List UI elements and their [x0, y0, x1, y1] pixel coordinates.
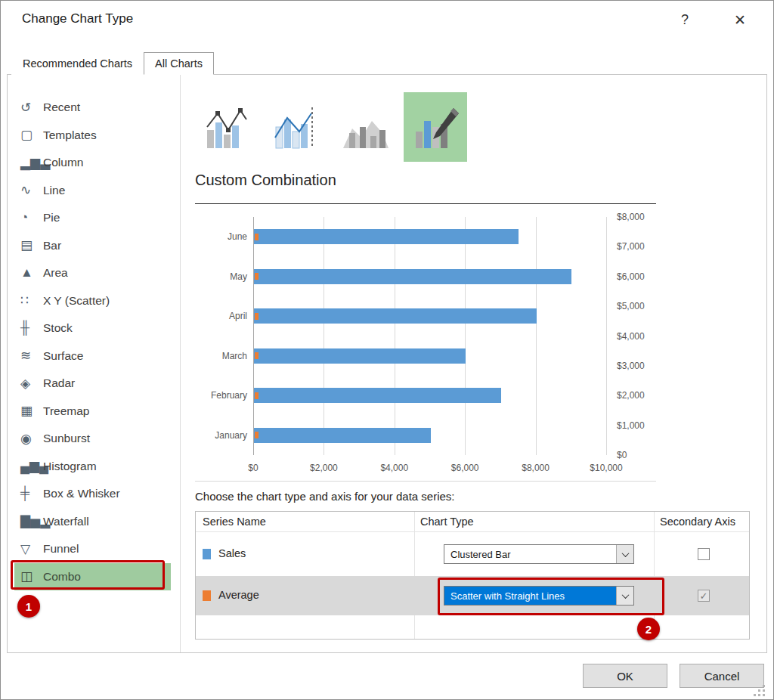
sidebar-item-x-y-scatter[interactable]: ∷X Y (Scatter): [14, 287, 171, 315]
sidebar-item-label: Bar: [43, 239, 61, 252]
secondary-axis-tick-label: $4,000: [617, 331, 645, 342]
stock-icon: ╫: [20, 321, 43, 336]
chart-gridline: [536, 217, 537, 455]
secondary-axis-tick-label: $8,000: [617, 212, 645, 222]
sidebar-item-label: Line: [43, 184, 65, 197]
sidebar-item-box-whisker[interactable]: ╪Box & Whisker: [14, 480, 171, 508]
category-label: May: [190, 271, 247, 282]
category-label: February: [190, 390, 247, 401]
primary-axis-tick-label: $4,000: [368, 463, 421, 473]
annotation-step-1-label: 1: [26, 600, 32, 613]
title-bar: Change Chart Type ? ✕: [1, 1, 773, 40]
sidebar-item-stock[interactable]: ╫Stock: [14, 314, 171, 342]
chart-bar-february: [254, 388, 501, 403]
chart-gridline: [395, 217, 395, 455]
category-label: April: [190, 311, 247, 321]
chart-gridline: [606, 217, 607, 455]
secondary-axis-tick-label: $0: [617, 450, 627, 460]
change-chart-type-dialog: Change Chart Type ? ✕ Recommended Charts…: [0, 0, 774, 700]
tab-label: Recommended Charts: [23, 57, 132, 70]
sidebar-item-label: Histogram: [43, 460, 97, 473]
average-marker: [255, 313, 259, 320]
combo-panel: Custom Combination $0$2,000$4,000$6,000$…: [181, 75, 766, 652]
sidebar-item-area[interactable]: ▲Area: [14, 259, 171, 287]
average-marker: [255, 352, 259, 359]
treemap-icon: ▦: [20, 403, 43, 419]
sidebar-item-sunburst[interactable]: ◉Sunburst: [14, 425, 171, 453]
sidebar-item-line[interactable]: ∿Line: [14, 177, 171, 205]
sidebar-item-label: Treemap: [43, 404, 89, 418]
average-marker: [255, 273, 259, 280]
bar-icon: ▤: [20, 237, 43, 253]
templates-icon: ▢: [20, 127, 43, 143]
sidebar-item-label: Sunburst: [43, 432, 90, 445]
chart-type-dropdown-average[interactable]: Scatter with Straight Lines: [444, 586, 634, 606]
sidebar-item-bar[interactable]: ▤Bar: [14, 232, 171, 260]
series-color-swatch: [203, 590, 211, 601]
primary-axis-tick-label: $6,000: [438, 463, 491, 473]
secondary-axis-tick-label: $7,000: [617, 241, 645, 252]
waterfall-icon: ▇▅▂: [20, 513, 43, 529]
average-marker: [255, 234, 259, 240]
tab-label: All Charts: [155, 57, 203, 70]
sidebar-item-templates[interactable]: ▢Templates: [14, 122, 171, 150]
pie-icon: ◔: [20, 210, 43, 225]
series-table: Series Name Chart Type Secondary Axis Sa…: [195, 511, 750, 640]
close-button[interactable]: ✕: [725, 7, 755, 33]
sidebar-item-label: Funnel: [43, 542, 79, 556]
chart-gridline: [324, 217, 324, 455]
sidebar-item-radar[interactable]: ◈Radar: [14, 370, 171, 398]
series-row-sales[interactable]: SalesClustered Bar: [196, 532, 749, 576]
tab-recommended-charts[interactable]: Recommended Charts: [11, 52, 144, 75]
sidebar-item-treemap[interactable]: ▦Treemap: [14, 398, 171, 426]
category-label: January: [190, 430, 247, 441]
check-icon: ✓: [700, 591, 708, 601]
series-name: Average: [218, 589, 259, 601]
sidebar-item-label: Recent: [43, 101, 80, 114]
chart-gridline: [465, 217, 466, 455]
category-label: June: [190, 231, 247, 242]
annotation-step-2: 2: [637, 618, 660, 640]
chart-type-value: Clustered Bar: [444, 545, 616, 563]
dialog-title: Change Chart Type: [22, 11, 133, 26]
dropdown-arrow-button[interactable]: [616, 587, 633, 605]
resize-grip[interactable]: [754, 685, 766, 697]
series-row-average[interactable]: AverageScatter with Straight Lines✓: [196, 576, 749, 615]
chevron-down-icon: [621, 550, 629, 557]
average-marker: [255, 392, 259, 399]
sidebar-item-histogram[interactable]: ▄▆▄Histogram: [14, 453, 171, 481]
help-button[interactable]: ?: [670, 7, 700, 33]
chart-type-dropdown-sales[interactable]: Clustered Bar: [444, 544, 634, 564]
ok-button[interactable]: OK: [583, 664, 667, 688]
secondary-axis-checkbox-sales[interactable]: [698, 548, 710, 560]
primary-axis-tick-label: $2,000: [297, 463, 350, 473]
chart-bar-may: [254, 269, 571, 284]
sidebar-item-label: Stock: [43, 321, 73, 335]
secondary-axis-checkbox-average[interactable]: ✓: [698, 590, 710, 602]
tab-all-charts[interactable]: All Charts: [144, 52, 214, 75]
series-prompt: Choose the chart type and axis for your …: [195, 490, 455, 503]
sidebar-item-label: Radar: [43, 376, 75, 390]
sidebar-item-column[interactable]: ▂▆▃Column: [14, 149, 171, 177]
secondary-axis-tick-label: $3,000: [617, 361, 645, 371]
series-name: Sales: [218, 547, 246, 559]
cancel-label: Cancel: [704, 670, 740, 683]
sidebar-item-label: Pie: [43, 211, 60, 225]
category-axis-line: [253, 217, 254, 455]
sidebar-item-combo[interactable]: ◫Combo: [14, 563, 171, 591]
sidebar-item-recent[interactable]: ↺Recent: [14, 94, 171, 122]
ok-label: OK: [617, 670, 633, 683]
sidebar-item-surface[interactable]: ≋Surface: [14, 342, 171, 370]
cancel-button[interactable]: Cancel: [680, 664, 764, 688]
primary-axis-tick-label: $0: [227, 463, 280, 473]
sidebar-item-pie[interactable]: ◔Pie: [14, 204, 171, 232]
sidebar-item-waterfall[interactable]: ▇▅▂Waterfall: [14, 508, 171, 536]
column-icon: ▂▆▃: [20, 155, 43, 171]
header-series-name: Series Name: [203, 516, 266, 528]
chart-type-sidebar: ↺Recent▢Templates▂▆▃Column∿Line◔Pie▤Bar▲…: [8, 75, 181, 652]
funnel-icon: ▽: [20, 541, 43, 557]
dropdown-arrow-button[interactable]: [616, 545, 633, 563]
sidebar-item-funnel[interactable]: ▽Funnel: [14, 535, 171, 563]
radar-icon: ◈: [20, 376, 43, 392]
header-chart-type: Chart Type: [420, 516, 474, 528]
